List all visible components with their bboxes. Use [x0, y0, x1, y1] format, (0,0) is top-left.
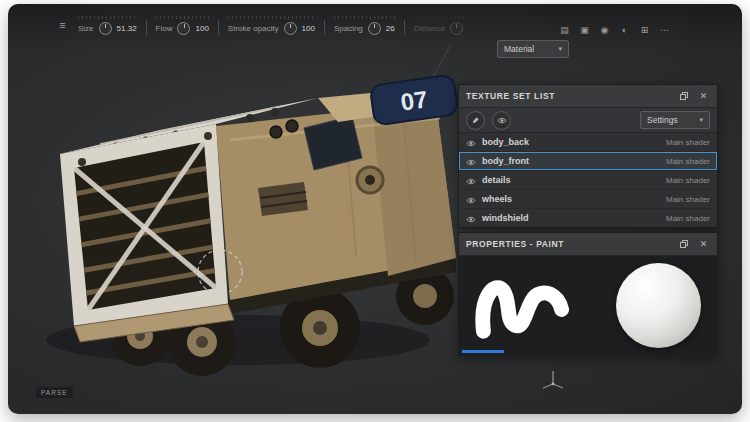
headlight-right — [204, 132, 212, 140]
size-label: Size — [78, 24, 94, 33]
app-window: 07 — [8, 4, 742, 414]
size-dial-icon[interactable] — [99, 22, 112, 35]
distance-control: Distance — [414, 16, 468, 35]
flow-value[interactable]: 100 — [195, 24, 208, 33]
chevron-down-icon: ▾ — [699, 116, 703, 124]
stroke-opacity-dial-icon[interactable] — [284, 22, 297, 35]
size-control: Size 51.32 — [78, 16, 137, 35]
stroke-opacity-label: Stroke opacity — [228, 24, 279, 33]
porthole-glass — [365, 175, 375, 185]
chevron-down-icon: ▾ — [558, 45, 562, 53]
close-icon[interactable]: ✕ — [697, 90, 710, 103]
brush-stroke-preview[interactable] — [463, 258, 585, 352]
texture-set-row-details[interactable]: details Main shader — [459, 171, 717, 190]
flow-dial-icon[interactable] — [177, 22, 190, 35]
material-dropdown-label: Material — [504, 44, 534, 54]
grid-icon[interactable]: ⊞ — [638, 24, 651, 37]
toolbar-menu-icon[interactable]: ≡ — [56, 19, 69, 32]
shader-label: Main shader — [666, 195, 710, 204]
texture-set-name: details — [482, 175, 511, 185]
tick-marks — [414, 16, 468, 19]
panel-title: PROPERTIES - PAINT — [466, 239, 670, 249]
spacing-dial-icon[interactable] — [368, 22, 381, 35]
environment-icon[interactable]: ◉ — [598, 24, 611, 37]
shader-label: Main shader — [666, 157, 710, 166]
tick-marks — [78, 16, 137, 19]
viewport-3d-model[interactable]: 07 — [20, 40, 480, 380]
more-options-icon[interactable]: ⋯ — [658, 24, 671, 37]
texture-set-name: windshield — [482, 213, 529, 223]
panel-title: TEXTURE SET LIST — [466, 91, 670, 101]
spacing-control: Spacing 26 — [334, 16, 395, 35]
tick-marks — [156, 16, 209, 19]
eye-icon[interactable] — [466, 133, 476, 151]
properties-body — [459, 256, 717, 355]
brush-toolbar: ≡ Size 51.32 Flow 100 Stroke opacity 100… — [56, 16, 468, 35]
paint-filter-icon[interactable] — [466, 111, 485, 130]
model-grille — [74, 142, 216, 310]
texture-set-name: wheels — [482, 194, 512, 204]
texture-set-list-panel: TEXTURE SET LIST ✕ Settings ▾ body_back … — [458, 84, 718, 228]
eye-icon[interactable] — [466, 190, 476, 208]
stroke-opacity-value[interactable]: 100 — [302, 24, 315, 33]
texture-set-row-wheels[interactable]: wheels Main shader — [459, 190, 717, 209]
distance-label: Distance — [414, 24, 445, 33]
eye-icon[interactable] — [466, 152, 476, 170]
size-value[interactable]: 51.32 — [117, 24, 137, 33]
side-vent — [258, 182, 308, 216]
material-dropdown[interactable]: Material ▾ — [497, 40, 569, 58]
flow-control: Flow 100 — [156, 16, 209, 35]
texture-set-name: body_back — [482, 137, 529, 147]
tonemap-icon[interactable]: ◐ — [618, 24, 631, 37]
texture-set-name: body_front — [482, 156, 529, 166]
headlight-left — [78, 158, 86, 166]
eye-icon[interactable] — [466, 209, 476, 227]
eye-icon[interactable] — [466, 171, 476, 189]
scrollbar[interactable] — [462, 350, 504, 353]
close-icon[interactable]: ✕ — [697, 238, 710, 251]
viewport-display-icons: ▤ ▣ ◉ ◐ ⊞ ⋯ — [558, 24, 671, 37]
material-sphere-preview[interactable] — [616, 263, 701, 348]
number-badge: 07 — [370, 74, 459, 125]
axis-gizmo-icon — [540, 368, 566, 390]
display-mode-icon[interactable]: ▤ — [558, 24, 571, 37]
status-chip: PARSE — [36, 387, 73, 398]
tick-marks — [228, 16, 315, 19]
badge-number-text: 07 — [399, 85, 429, 115]
settings-dropdown-label: Settings — [647, 115, 678, 125]
texture-set-row-windshield[interactable]: windshield Main shader — [459, 209, 717, 227]
properties-paint-panel: PROPERTIES - PAINT ✕ — [458, 232, 718, 356]
spacing-label: Spacing — [334, 24, 363, 33]
distance-dial-icon — [450, 22, 463, 35]
texture-set-row-body-front[interactable]: body_front Main shader — [459, 152, 717, 171]
popout-icon[interactable] — [677, 90, 690, 103]
shader-label: Main shader — [666, 214, 710, 223]
visibility-filter-icon[interactable] — [492, 111, 511, 130]
properties-header: PROPERTIES - PAINT ✕ — [459, 233, 717, 256]
shading-icon[interactable]: ▣ — [578, 24, 591, 37]
toolbar-divider — [404, 20, 405, 35]
popout-icon[interactable] — [677, 238, 690, 251]
texture-set-row-body-back[interactable]: body_back Main shader — [459, 133, 717, 152]
toolbar-divider — [146, 20, 147, 35]
shader-label: Main shader — [666, 138, 710, 147]
settings-dropdown[interactable]: Settings ▾ — [640, 111, 710, 129]
toolbar-divider — [218, 20, 219, 35]
texture-set-filter-row: Settings ▾ — [459, 108, 717, 133]
toolbar-divider — [324, 20, 325, 35]
shader-label: Main shader — [666, 176, 710, 185]
spacing-value[interactable]: 26 — [386, 24, 395, 33]
flow-label: Flow — [156, 24, 173, 33]
stroke-opacity-control: Stroke opacity 100 — [228, 16, 315, 35]
texture-set-list-header: TEXTURE SET LIST ✕ — [459, 85, 717, 108]
tick-marks — [334, 16, 395, 19]
